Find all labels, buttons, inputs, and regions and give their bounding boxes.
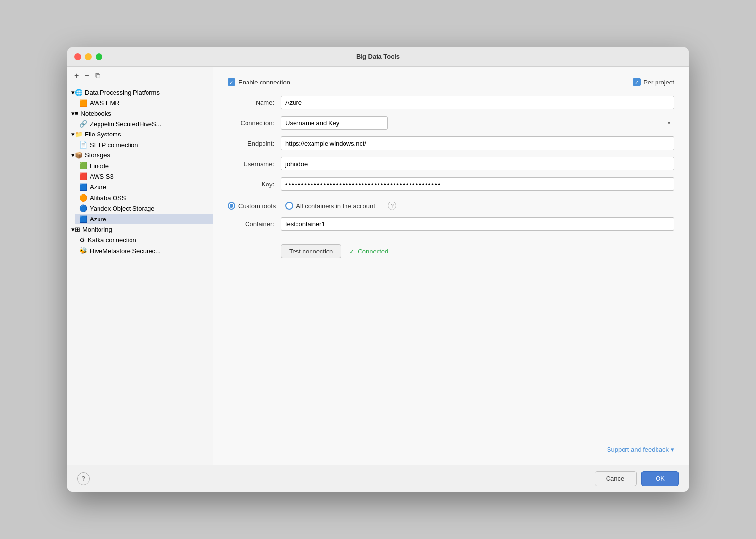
endpoint-input[interactable] xyxy=(281,136,674,150)
storages-children: 🟩 Linode 🟥 AWS S3 🟦 Azure 🟠 Alibaba OSS xyxy=(67,160,213,224)
connection-tree: ▾ 🌐 Data Processing Platforms 🟧 AWS EMR … xyxy=(67,85,213,465)
connection-select-wrapper: Username and Key Account Key SAS Token A… xyxy=(281,116,674,130)
per-project-checkbox[interactable]: ✓ xyxy=(633,78,641,86)
connected-label: Connected xyxy=(358,248,388,255)
container-input[interactable] xyxy=(281,217,674,231)
per-project-row: ✓ Per project xyxy=(633,78,674,86)
maximize-button[interactable] xyxy=(96,53,102,60)
chevron-down-icon-storages: ▾ xyxy=(71,152,75,159)
support-feedback-label: Support and feedback xyxy=(607,446,669,453)
notebooks-label: Notebooks xyxy=(81,110,111,117)
bottom-area: Support and feedback ▾ xyxy=(228,436,674,453)
select-arrow-icon: ▾ xyxy=(668,120,670,126)
key-label: Key: xyxy=(228,181,281,188)
username-input[interactable] xyxy=(281,157,674,170)
tree-item-yandex[interactable]: 🔵 Yandex Object Storage xyxy=(75,203,213,214)
azure-2-icon: 🟦 xyxy=(79,215,87,223)
connection-label: Connection: xyxy=(228,119,281,127)
custom-roots-radio[interactable] xyxy=(228,202,235,210)
aws-s3-icon: 🟥 xyxy=(79,172,87,180)
main-content: + − ⧉ ▾ 🌐 Data Processing Platforms 🟧 AW… xyxy=(67,67,689,465)
tree-item-zeppelin[interactable]: 🔗 Zeppelin SecuredHiveS... xyxy=(75,118,213,129)
footer: ? Cancel OK xyxy=(67,465,689,492)
endpoint-row: Endpoint: xyxy=(228,136,674,150)
tree-group-monitoring[interactable]: ▾ ⊞ Monitoring xyxy=(67,224,213,235)
aws-emr-icon: 🟧 xyxy=(79,99,87,107)
close-button[interactable] xyxy=(74,53,81,60)
username-label: Username: xyxy=(228,160,281,168)
tree-group-data-processing[interactable]: ▾ 🌐 Data Processing Platforms xyxy=(67,87,213,98)
tree-item-azure-2[interactable]: 🟦 Azure xyxy=(75,214,213,224)
custom-roots-option[interactable]: Custom roots xyxy=(228,202,276,210)
tree-item-aws-emr[interactable]: 🟧 AWS EMR xyxy=(75,98,213,108)
tree-item-sftp[interactable]: 📄 SFTP connection xyxy=(75,139,213,150)
name-input[interactable] xyxy=(281,96,674,109)
container-label: Container: xyxy=(228,220,281,228)
data-processing-children: 🟧 AWS EMR xyxy=(67,98,213,108)
name-row: Name: xyxy=(228,96,674,109)
tree-item-alibaba[interactable]: 🟠 Alibaba OSS xyxy=(75,192,213,203)
top-options-bar: ✓ Enable connection ✓ Per project xyxy=(228,78,674,86)
help-icon[interactable]: ? xyxy=(388,202,396,210)
notebooks-children: 🔗 Zeppelin SecuredHiveS... xyxy=(67,118,213,129)
right-panel: ✓ Enable connection ✓ Per project Name: … xyxy=(213,67,689,465)
storages-label: Storages xyxy=(85,152,110,159)
minimize-button[interactable] xyxy=(85,53,92,60)
tree-group-storages[interactable]: ▾ 📦 Storages xyxy=(67,150,213,160)
enable-connection-checkbox[interactable]: ✓ xyxy=(228,78,235,86)
footer-action-buttons: Cancel OK xyxy=(595,471,679,486)
sftp-icon: 📄 xyxy=(79,141,87,149)
left-panel: + − ⧉ ▾ 🌐 Data Processing Platforms 🟧 AW… xyxy=(67,67,213,465)
title-bar: Big Data Tools xyxy=(67,47,689,67)
filesystems-label: File Systems xyxy=(85,131,121,138)
connection-status: ✓ Connected xyxy=(349,248,388,255)
key-row: Key: xyxy=(228,177,674,191)
filesystems-children: 📄 SFTP connection xyxy=(67,139,213,150)
chevron-down-icon: ▾ xyxy=(71,89,75,96)
hivemetastore-icon: 🐝 xyxy=(79,247,87,254)
tree-group-notebooks[interactable]: ▾ ≡ Notebooks xyxy=(67,108,213,118)
tree-item-aws-s3[interactable]: 🟥 AWS S3 xyxy=(75,171,213,182)
linode-icon: 🟩 xyxy=(79,162,87,169)
key-input[interactable] xyxy=(281,177,674,191)
remove-button[interactable]: − xyxy=(82,70,91,81)
support-feedback-link[interactable]: Support and feedback ▾ xyxy=(228,446,674,453)
endpoint-label: Endpoint: xyxy=(228,140,281,147)
main-window: Big Data Tools + − ⧉ ▾ 🌐 Data Processing… xyxy=(67,47,689,492)
footer-help-button[interactable]: ? xyxy=(77,472,90,485)
monitoring-children: ⚙ Kafka connection 🐝 HiveMetastore Secur… xyxy=(67,235,213,256)
enable-connection-label: Enable connection xyxy=(238,79,290,86)
all-containers-option[interactable]: All containers in the account xyxy=(285,202,375,210)
name-label: Name: xyxy=(228,99,281,106)
check-icon: ✓ xyxy=(349,248,355,255)
all-containers-label: All containers in the account xyxy=(296,202,375,210)
test-connection-button[interactable]: Test connection xyxy=(281,244,341,258)
radio-options-row: Custom roots All containers in the accou… xyxy=(228,202,674,210)
ok-button[interactable]: OK xyxy=(641,471,679,486)
custom-roots-label: Custom roots xyxy=(238,202,276,210)
tree-item-azure-1[interactable]: 🟦 Azure xyxy=(75,182,213,192)
all-containers-radio[interactable] xyxy=(285,202,293,210)
tree-item-linode[interactable]: 🟩 Linode xyxy=(75,160,213,171)
test-connection-row: Test connection ✓ Connected xyxy=(228,244,674,258)
tree-item-hivemetastore[interactable]: 🐝 HiveMetastore Securec... xyxy=(75,245,213,256)
data-processing-label: Data Processing Platforms xyxy=(85,89,160,96)
cancel-button[interactable]: Cancel xyxy=(595,471,637,486)
enable-connection-row: ✓ Enable connection xyxy=(228,78,290,86)
chevron-down-icon-monitoring: ▾ xyxy=(71,226,75,233)
add-button[interactable]: + xyxy=(72,70,81,81)
container-row: Container: xyxy=(228,217,674,231)
monitoring-label: Monitoring xyxy=(82,226,112,233)
tree-item-kafka[interactable]: ⚙ Kafka connection xyxy=(75,235,213,245)
username-row: Username: xyxy=(228,157,674,170)
dropdown-arrow-icon: ▾ xyxy=(671,446,674,453)
window-controls xyxy=(74,53,102,60)
per-project-label: Per project xyxy=(643,79,674,86)
copy-button[interactable]: ⧉ xyxy=(93,70,102,81)
azure-1-icon: 🟦 xyxy=(79,183,87,191)
tree-toolbar: + − ⧉ xyxy=(67,67,213,85)
chevron-down-icon-filesystems: ▾ xyxy=(71,131,75,138)
connection-select[interactable]: Username and Key Account Key SAS Token A… xyxy=(281,116,388,130)
kafka-icon: ⚙ xyxy=(79,236,85,244)
tree-group-filesystems[interactable]: ▾ 📁 File Systems xyxy=(67,129,213,139)
